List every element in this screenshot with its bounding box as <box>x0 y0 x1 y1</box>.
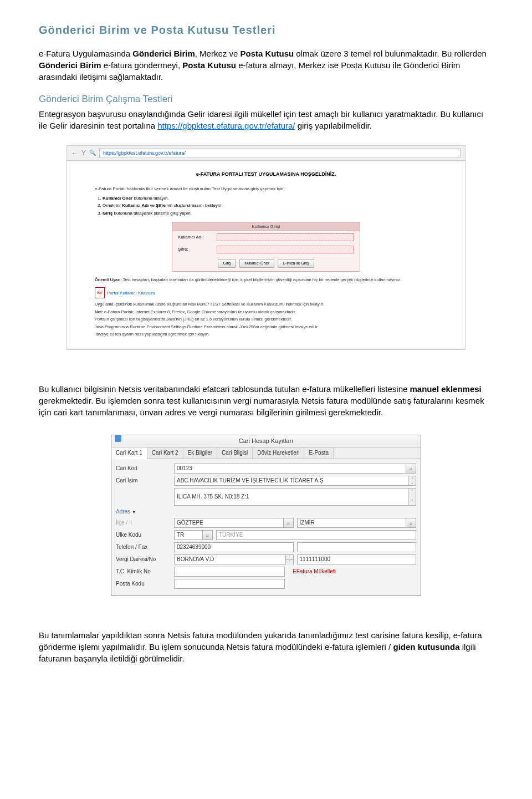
text-bold: Kullanıcı Öner <box>103 196 132 201</box>
field-value: İZMİR <box>300 519 315 527</box>
chevron-down-icon: ▼ <box>132 510 136 514</box>
username-label: Kullanıcı Adı: <box>178 234 217 240</box>
vergi-no-field[interactable]: 1111111000 <box>297 554 417 564</box>
tab-doviz-hareketleri[interactable]: Döviz Hareketleri <box>253 447 304 459</box>
tab-ek-bilgiler[interactable]: Ek Bilgiler <box>183 447 217 459</box>
username-input[interactable] <box>217 233 354 241</box>
field-value: ABC HAVACILIK TURİZM VE İŞLETMECİLİK TİC… <box>177 477 324 485</box>
il-field[interactable]: İZMİR ⌕ <box>297 518 417 528</box>
settings-help-link[interactable]: Tavsiye edilen ayarın nasıl yapılacağını… <box>95 332 437 338</box>
field-value: TÜRKİYE <box>219 531 243 539</box>
tc-field[interactable] <box>174 567 285 577</box>
ilce-field[interactable]: GÖZTEPE ⌕ <box>174 518 294 528</box>
java-note: Portalın çalışması için bilgisayarınızda… <box>95 317 437 323</box>
esign-login-button[interactable]: E-İmza ile Giriş <box>278 259 314 268</box>
section-heading: Gönderici Birim Çalışma Testleri <box>39 93 493 106</box>
adres-label-text: Adres <box>116 508 130 515</box>
text-bold: Gönderici Birim <box>132 49 195 58</box>
text: e-fatura göndermeyi, <box>101 60 183 70</box>
cari-isim-label: Cari İsim <box>116 477 174 485</box>
posta-kodu-label: Posta Kodu <box>116 580 174 588</box>
vergi-label: Vergi Dairesi/No <box>116 556 174 563</box>
lookup-icon[interactable]: ⌕ <box>202 531 212 540</box>
paragraph: Bu kullanıcı bilgisinin Netsis veritaban… <box>39 383 493 418</box>
warning-text: Önemli Uyarı: Test hesapları, başkaları … <box>95 277 437 283</box>
posta-kodu-field[interactable] <box>174 579 285 589</box>
text-bold: giden kutusunda <box>393 642 459 652</box>
field-value: ILICA MH. 375 SK. N0:18 Z:1 <box>177 493 249 501</box>
tc-label: T.C. Kimlik No <box>116 568 174 576</box>
note-text: e-Fatura Portalı; Internet Explorer 8, F… <box>104 309 296 314</box>
text: butonuna tıklayın. <box>132 196 168 201</box>
app-form: Cari Kod 00123 ⌕ Cari İsim ABC HAVACILIK… <box>111 459 421 596</box>
text: 'nin oluşturulmasını bekleyin. <box>166 203 222 208</box>
text-bold: Şifre <box>156 203 166 208</box>
paragraph: Bu tanımlamalar yapıldıktan sonra Netsis… <box>39 629 493 664</box>
spinner-icon[interactable]: ˄˅ <box>408 488 416 505</box>
app-tabs: Cari Kart 1 Cari Kart 2 Ek Bilgiler Cari… <box>111 447 421 459</box>
vergi-daire-field[interactable]: BORNOVA V.D ˄˅ <box>174 554 294 564</box>
reload-icon[interactable]: Y <box>81 149 86 158</box>
login-row-password: Şifre: <box>172 243 360 256</box>
text-bold: manuel eklenmesi <box>410 384 482 394</box>
spinner-icon[interactable]: ˄˅ <box>408 476 416 485</box>
warning-label: Önemli Uyarı: <box>95 277 123 282</box>
field-value: 02324639000 <box>177 543 211 551</box>
field-value: BORNOVA V.D <box>177 556 214 563</box>
search-icon: 🔍 <box>89 149 96 157</box>
app-screenshot: Cari Hesap Kayıtları Cari Kart 1 Cari Ka… <box>111 435 421 596</box>
text-bold: Posta Kutusu <box>240 49 294 58</box>
cari-isim-field[interactable]: ABC HAVACILIK TURİZM VE İŞLETMECİLİK TİC… <box>174 476 416 486</box>
ulke-ad-field: TÜRKİYE <box>216 530 416 540</box>
warning-body: Test hesapları, başkaları tarafından da … <box>123 277 401 282</box>
tel-fax-label: Telefon / Fax <box>116 543 174 551</box>
field-value: 00123 <box>177 465 192 472</box>
password-input[interactable] <box>217 246 354 253</box>
text-bold: Kullanıcı Adı <box>122 203 149 208</box>
login-box: Kullanıcı Girişi Kullanıcı Adı: Şifre: G… <box>172 222 360 272</box>
portal-intro: e-Fatura Portalı hakkında fikir vermek a… <box>95 186 437 192</box>
text-bold: Giriş <box>103 211 112 216</box>
ilce-il-label: İlçe / İl <box>116 519 174 527</box>
browser-nav-bar: ← Y 🔍 https://gbpktest.efatura.gov.tr/ef… <box>67 146 465 161</box>
spinner-icon[interactable]: ˄˅ <box>285 555 293 564</box>
lookup-icon[interactable]: ⌕ <box>406 518 416 527</box>
tab-cari-kart-1[interactable]: Cari Kart 1 <box>111 447 147 459</box>
field-value: 1111111000 <box>300 556 331 563</box>
login-button[interactable]: Giriş <box>218 259 236 268</box>
text: gerekmektedir. Bu işlemden sonra test ku… <box>39 396 484 417</box>
text: Örnek bir <box>103 203 122 208</box>
url-bar[interactable]: https://gbpktest.efatura.gov.tr/efatura/ <box>99 148 461 159</box>
cert-download-link[interactable]: Uygulama içerisinde kullanılmak üzere ol… <box>95 302 437 308</box>
list-item: Giriş butonuna tıklayarak sisteme giriş … <box>103 210 437 216</box>
runtime-note: Java Programında Runtime Environment Set… <box>95 324 437 330</box>
text: e-Fatura Uygulamasında <box>39 49 132 58</box>
portal-link[interactable]: https://gbpktest.efatura.gov.tr/efatura/ <box>157 121 295 130</box>
login-buttons: Giriş Kullanıcı Öner E-İmza ile Giriş <box>172 256 360 271</box>
text: Bu kullanıcı bilgisinin Netsis veritaban… <box>39 384 410 394</box>
tab-cari-bilgisi[interactable]: Cari Bilgisi <box>217 447 253 459</box>
pdf-row: Portal Kullanıcı Kılavuzu <box>95 287 437 298</box>
text-bold: Posta Kutusu <box>182 60 236 70</box>
field-value: GÖZTEPE <box>177 519 203 527</box>
tab-e-posta[interactable]: E-Posta <box>304 447 334 459</box>
telefon-field[interactable]: 02324639000 <box>174 542 294 552</box>
text-bold: Gönderici Birim <box>39 60 101 70</box>
adres-field[interactable]: ILICA MH. 375 SK. N0:18 Z:1 ˄˅ <box>174 488 416 506</box>
adres-dropdown-label[interactable]: Adres▼ <box>116 508 174 516</box>
pdf-guide-link[interactable]: Portal Kullanıcı Kılavuzu <box>107 290 155 296</box>
lookup-icon[interactable]: ⌕ <box>283 518 293 527</box>
fax-field[interactable] <box>297 542 417 552</box>
paragraph: Entegrasyon başvurusu onaylandığında Gel… <box>39 108 493 131</box>
browser-note: Not: e-Fatura Portalı; Internet Explorer… <box>95 309 437 315</box>
ulke-kodu-field[interactable]: TR ⌕ <box>174 530 213 540</box>
lookup-icon[interactable]: ⌕ <box>406 464 416 473</box>
list-item: Örnek bir Kullanıcı Adı ve Şifre'nin olu… <box>103 202 437 208</box>
cari-kod-field[interactable]: 00123 ⌕ <box>174 464 416 474</box>
tab-cari-kart-2[interactable]: Cari Kart 2 <box>147 447 183 459</box>
back-icon[interactable]: ← <box>71 149 78 158</box>
text: olmak üzere 3 temel rol bulunmaktadır. B… <box>294 49 487 58</box>
app-icon <box>115 435 121 442</box>
password-label: Şifre: <box>178 246 217 252</box>
suggest-user-button[interactable]: Kullanıcı Öner <box>239 259 274 268</box>
